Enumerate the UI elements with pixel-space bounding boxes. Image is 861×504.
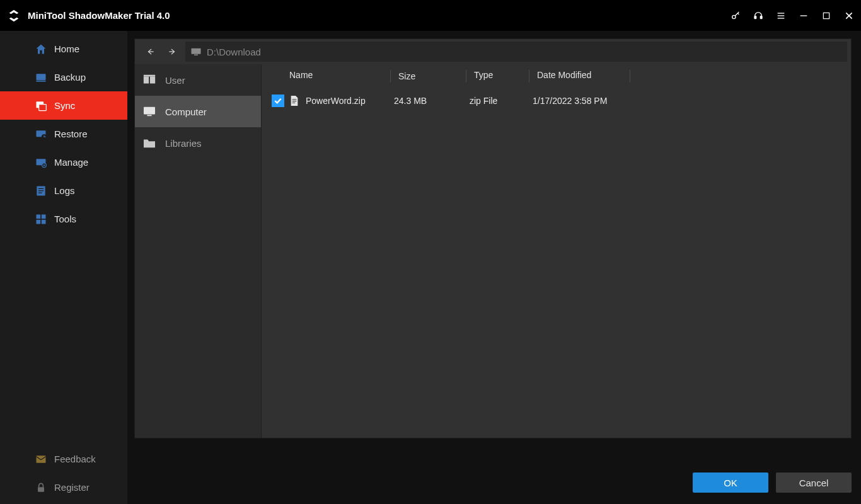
menu-icon[interactable]	[775, 10, 787, 21]
logs-icon	[34, 184, 48, 198]
svg-rect-4	[778, 15, 785, 16]
sidebar-item-label: Home	[54, 43, 79, 54]
svg-rect-5	[778, 18, 785, 18]
path-input[interactable]: D:\Download	[185, 42, 847, 62]
column-date[interactable]: Date Modified	[529, 70, 630, 83]
tools-icon	[34, 212, 48, 226]
source-item-libraries[interactable]: Libraries	[135, 127, 261, 159]
source-item-user[interactable]: User	[135, 64, 261, 96]
app-logo-icon	[6, 8, 21, 23]
app-title: MiniTool ShadowMaker Trial 4.0	[28, 10, 170, 21]
source-list: User Computer Libraries	[135, 64, 261, 438]
svg-rect-26	[38, 487, 44, 492]
svg-rect-35	[292, 101, 297, 101]
back-button[interactable]	[140, 39, 161, 64]
svg-rect-32	[144, 107, 155, 115]
svg-rect-1	[754, 16, 756, 18]
svg-rect-6	[800, 15, 807, 16]
sidebar-item-label: Tools	[54, 214, 76, 224]
main-panel: D:\Download User Co	[127, 31, 861, 504]
file-type: zip File	[462, 96, 525, 106]
sync-icon	[34, 99, 48, 113]
source-item-computer[interactable]: Computer	[135, 96, 261, 127]
computer-icon	[142, 106, 156, 117]
sidebar-item-label: Sync	[54, 100, 75, 111]
restore-icon	[34, 127, 48, 141]
source-item-label: Libraries	[165, 138, 202, 149]
sidebar-item-logs[interactable]: Logs	[0, 176, 127, 205]
svg-rect-7	[823, 13, 829, 18]
sidebar-item-label: Feedback	[54, 454, 96, 464]
sidebar-item-tools[interactable]: Tools	[0, 205, 127, 233]
feedback-icon	[34, 452, 48, 466]
svg-point-0	[732, 15, 736, 18]
close-button[interactable]	[843, 10, 855, 21]
titlebar: MiniTool ShadowMaker Trial 4.0	[0, 0, 861, 31]
sidebar-item-sync[interactable]: Sync	[0, 91, 127, 120]
file-checkbox[interactable]	[272, 94, 284, 107]
path-text: D:\Download	[207, 47, 261, 57]
svg-rect-20	[38, 192, 42, 193]
svg-rect-2	[760, 16, 762, 18]
file-icon	[289, 94, 301, 107]
file-name: PowerWord.zip	[306, 96, 386, 106]
sidebar-item-home[interactable]: Home	[0, 35, 127, 63]
sidebar-item-restore[interactable]: Restore	[0, 120, 127, 148]
file-browser: D:\Download User Co	[134, 38, 852, 438]
column-type[interactable]: Type	[466, 70, 529, 83]
svg-rect-29	[144, 77, 149, 84]
svg-rect-18	[38, 188, 43, 188]
sidebar-item-label: Logs	[54, 185, 75, 196]
svg-rect-36	[292, 103, 296, 103]
sidebar-item-label: Register	[54, 482, 90, 493]
svg-rect-21	[37, 214, 41, 219]
column-size[interactable]: Size	[390, 70, 466, 83]
sidebar-item-backup[interactable]: Backup	[0, 63, 127, 91]
cancel-button[interactable]: Cancel	[776, 472, 852, 493]
svg-rect-27	[192, 49, 201, 54]
svg-rect-19	[38, 190, 43, 191]
register-icon	[34, 481, 48, 495]
svg-rect-24	[42, 219, 46, 224]
folder-icon	[142, 137, 156, 149]
svg-point-16	[43, 164, 45, 166]
ok-button[interactable]: OK	[693, 472, 768, 493]
sidebar-item-label: Manage	[54, 157, 88, 168]
svg-rect-3	[778, 13, 785, 13]
headset-icon[interactable]	[753, 10, 764, 21]
svg-rect-30	[150, 77, 155, 84]
source-item-label: User	[165, 75, 185, 86]
svg-rect-34	[292, 99, 297, 100]
file-row[interactable]: PowerWord.zip 24.3 MB zip File 1/17/2022…	[262, 88, 851, 113]
home-icon	[34, 42, 48, 56]
svg-rect-31	[144, 75, 155, 77]
backup-icon	[34, 71, 48, 84]
dialog-buttons: OK Cancel	[693, 472, 852, 493]
column-name[interactable]: Name	[289, 70, 390, 83]
sidebar-item-register[interactable]: Register	[0, 473, 127, 501]
sidebar: Home Backup Sync Restore Manage	[0, 31, 127, 504]
sidebar-item-feedback[interactable]: Feedback	[0, 445, 127, 473]
manage-icon	[34, 156, 48, 169]
svg-rect-33	[147, 115, 151, 116]
minimize-button[interactable]	[798, 10, 809, 21]
file-size: 24.3 MB	[386, 94, 462, 107]
source-item-label: Computer	[165, 106, 207, 117]
svg-rect-8	[37, 74, 46, 80]
svg-rect-9	[37, 81, 46, 82]
monitor-icon	[190, 47, 202, 56]
svg-rect-11	[39, 104, 47, 110]
forward-button[interactable]	[161, 39, 183, 64]
svg-rect-25	[37, 455, 46, 463]
sidebar-item-label: Backup	[54, 72, 86, 83]
svg-rect-28	[194, 55, 198, 56]
file-pane: Name Size Type Date Modified Power	[261, 64, 851, 438]
key-icon[interactable]	[730, 10, 741, 21]
sidebar-item-label: Restore	[54, 129, 88, 139]
column-header: Name Size Type Date Modified	[262, 64, 851, 88]
maximize-button[interactable]	[821, 10, 832, 21]
file-date: 1/17/2022 3:58 PM	[525, 96, 626, 106]
sidebar-item-manage[interactable]: Manage	[0, 148, 127, 176]
svg-rect-22	[42, 214, 46, 219]
user-icon	[142, 73, 156, 87]
